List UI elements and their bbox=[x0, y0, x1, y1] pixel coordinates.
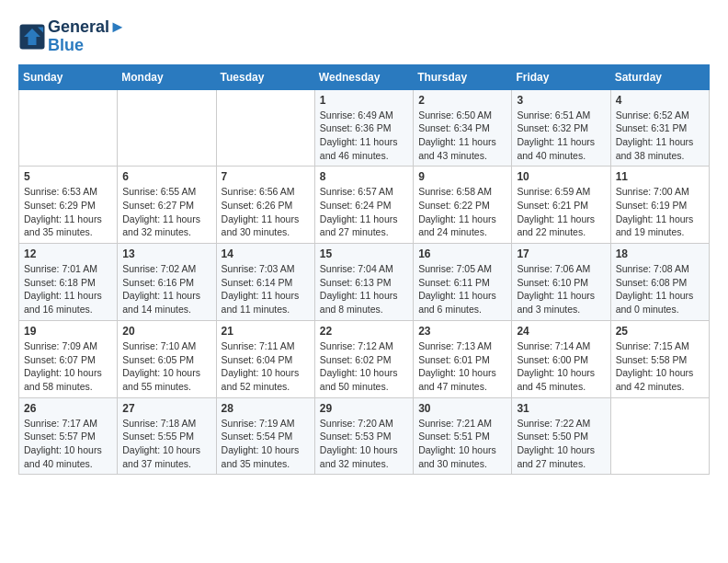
calendar-cell: 17Sunrise: 7:06 AM Sunset: 6:10 PM Dayli… bbox=[512, 244, 610, 321]
calendar-cell bbox=[19, 89, 118, 167]
day-info: Sunrise: 7:00 AM Sunset: 6:19 PM Dayligh… bbox=[616, 185, 704, 239]
day-number: 3 bbox=[517, 94, 605, 107]
day-info: Sunrise: 7:09 AM Sunset: 6:07 PM Dayligh… bbox=[24, 339, 112, 394]
day-info: Sunrise: 7:06 AM Sunset: 6:10 PM Dayligh… bbox=[517, 262, 605, 316]
calendar-cell: 12Sunrise: 7:01 AM Sunset: 6:18 PM Dayli… bbox=[19, 244, 118, 321]
calendar-cell: 1Sunrise: 6:49 AM Sunset: 6:36 PM Daylig… bbox=[314, 89, 413, 167]
calendar-cell: 29Sunrise: 7:20 AM Sunset: 5:53 PM Dayli… bbox=[314, 397, 413, 475]
day-number: 8 bbox=[320, 170, 408, 183]
weekday-header-sunday: Sunday bbox=[19, 64, 118, 89]
calendar-cell: 31Sunrise: 7:22 AM Sunset: 5:50 PM Dayli… bbox=[512, 397, 610, 475]
weekday-header-tuesday: Tuesday bbox=[216, 64, 314, 89]
calendar-cell: 3Sunrise: 6:51 AM Sunset: 6:32 PM Daylig… bbox=[512, 89, 610, 167]
weekday-header-friday: Friday bbox=[512, 64, 610, 89]
calendar-cell: 18Sunrise: 7:08 AM Sunset: 6:08 PM Dayli… bbox=[610, 244, 709, 321]
weekday-header-monday: Monday bbox=[118, 64, 216, 89]
day-info: Sunrise: 7:19 AM Sunset: 5:54 PM Dayligh… bbox=[222, 417, 310, 471]
calendar-cell: 8Sunrise: 6:57 AM Sunset: 6:24 PM Daylig… bbox=[314, 167, 413, 244]
day-number: 4 bbox=[616, 94, 704, 107]
calendar-cell: 10Sunrise: 6:59 AM Sunset: 6:21 PM Dayli… bbox=[512, 167, 610, 244]
day-info: Sunrise: 7:18 AM Sunset: 5:55 PM Dayligh… bbox=[122, 417, 210, 471]
day-number: 6 bbox=[122, 170, 210, 183]
day-number: 1 bbox=[320, 94, 408, 107]
day-number: 15 bbox=[320, 247, 408, 260]
day-number: 30 bbox=[418, 402, 506, 415]
calendar-cell: 22Sunrise: 7:12 AM Sunset: 6:02 PM Dayli… bbox=[314, 320, 413, 397]
day-number: 10 bbox=[517, 170, 605, 183]
day-info: Sunrise: 7:13 AM Sunset: 6:01 PM Dayligh… bbox=[418, 339, 506, 394]
calendar-cell: 14Sunrise: 7:03 AM Sunset: 6:14 PM Dayli… bbox=[216, 244, 314, 321]
logo-text: General► Blue bbox=[48, 18, 126, 55]
logo-icon bbox=[18, 23, 46, 51]
calendar-cell: 26Sunrise: 7:17 AM Sunset: 5:57 PM Dayli… bbox=[19, 397, 118, 475]
day-number: 25 bbox=[616, 325, 704, 338]
day-info: Sunrise: 6:51 AM Sunset: 6:32 PM Dayligh… bbox=[517, 109, 605, 163]
day-number: 31 bbox=[517, 402, 605, 415]
day-info: Sunrise: 7:03 AM Sunset: 6:14 PM Dayligh… bbox=[222, 262, 310, 316]
calendar-cell: 21Sunrise: 7:11 AM Sunset: 6:04 PM Dayli… bbox=[216, 320, 314, 397]
day-number: 2 bbox=[418, 94, 506, 107]
day-info: Sunrise: 6:52 AM Sunset: 6:31 PM Dayligh… bbox=[616, 109, 704, 163]
day-number: 13 bbox=[122, 247, 210, 260]
day-info: Sunrise: 6:50 AM Sunset: 6:34 PM Dayligh… bbox=[418, 109, 506, 163]
calendar-cell: 28Sunrise: 7:19 AM Sunset: 5:54 PM Dayli… bbox=[216, 397, 314, 475]
weekday-header-wednesday: Wednesday bbox=[314, 64, 413, 89]
day-info: Sunrise: 7:15 AM Sunset: 5:58 PM Dayligh… bbox=[616, 339, 704, 394]
day-info: Sunrise: 6:59 AM Sunset: 6:21 PM Dayligh… bbox=[517, 185, 605, 239]
day-number: 11 bbox=[616, 170, 704, 183]
calendar-cell bbox=[610, 397, 709, 475]
day-info: Sunrise: 6:58 AM Sunset: 6:22 PM Dayligh… bbox=[418, 185, 506, 239]
calendar-cell: 25Sunrise: 7:15 AM Sunset: 5:58 PM Dayli… bbox=[610, 320, 709, 397]
calendar-table: SundayMondayTuesdayWednesdayThursdayFrid… bbox=[18, 64, 710, 476]
calendar-cell: 4Sunrise: 6:52 AM Sunset: 6:31 PM Daylig… bbox=[610, 89, 709, 167]
day-number: 5 bbox=[24, 170, 112, 183]
calendar-cell: 19Sunrise: 7:09 AM Sunset: 6:07 PM Dayli… bbox=[19, 320, 118, 397]
calendar-cell: 5Sunrise: 6:53 AM Sunset: 6:29 PM Daylig… bbox=[19, 167, 118, 244]
calendar-cell bbox=[216, 89, 314, 167]
day-info: Sunrise: 7:12 AM Sunset: 6:02 PM Dayligh… bbox=[320, 339, 408, 394]
day-number: 26 bbox=[24, 402, 112, 415]
calendar-cell: 30Sunrise: 7:21 AM Sunset: 5:51 PM Dayli… bbox=[414, 397, 512, 475]
calendar-cell: 24Sunrise: 7:14 AM Sunset: 6:00 PM Dayli… bbox=[512, 320, 610, 397]
calendar-cell: 11Sunrise: 7:00 AM Sunset: 6:19 PM Dayli… bbox=[610, 167, 709, 244]
day-number: 7 bbox=[222, 170, 310, 183]
calendar-cell: 7Sunrise: 6:56 AM Sunset: 6:26 PM Daylig… bbox=[216, 167, 314, 244]
day-info: Sunrise: 7:01 AM Sunset: 6:18 PM Dayligh… bbox=[24, 262, 112, 316]
calendar-cell: 2Sunrise: 6:50 AM Sunset: 6:34 PM Daylig… bbox=[414, 89, 512, 167]
day-number: 28 bbox=[222, 402, 310, 415]
calendar-cell: 27Sunrise: 7:18 AM Sunset: 5:55 PM Dayli… bbox=[118, 397, 216, 475]
day-number: 19 bbox=[24, 325, 112, 338]
day-number: 18 bbox=[616, 247, 704, 260]
day-info: Sunrise: 6:56 AM Sunset: 6:26 PM Dayligh… bbox=[222, 185, 310, 239]
day-info: Sunrise: 7:08 AM Sunset: 6:08 PM Dayligh… bbox=[616, 262, 704, 316]
day-number: 17 bbox=[517, 247, 605, 260]
calendar-cell: 6Sunrise: 6:55 AM Sunset: 6:27 PM Daylig… bbox=[118, 167, 216, 244]
day-info: Sunrise: 7:05 AM Sunset: 6:11 PM Dayligh… bbox=[418, 262, 506, 316]
day-info: Sunrise: 6:55 AM Sunset: 6:27 PM Dayligh… bbox=[122, 185, 210, 239]
calendar-cell: 20Sunrise: 7:10 AM Sunset: 6:05 PM Dayli… bbox=[118, 320, 216, 397]
day-info: Sunrise: 7:04 AM Sunset: 6:13 PM Dayligh… bbox=[320, 262, 408, 316]
weekday-header-thursday: Thursday bbox=[414, 64, 512, 89]
day-info: Sunrise: 7:17 AM Sunset: 5:57 PM Dayligh… bbox=[24, 417, 112, 471]
day-number: 21 bbox=[222, 325, 310, 338]
day-info: Sunrise: 7:10 AM Sunset: 6:05 PM Dayligh… bbox=[122, 339, 210, 394]
day-info: Sunrise: 7:21 AM Sunset: 5:51 PM Dayligh… bbox=[418, 417, 506, 471]
logo: General► Blue bbox=[18, 18, 126, 55]
day-number: 20 bbox=[122, 325, 210, 338]
day-info: Sunrise: 6:57 AM Sunset: 6:24 PM Dayligh… bbox=[320, 185, 408, 239]
calendar-cell: 9Sunrise: 6:58 AM Sunset: 6:22 PM Daylig… bbox=[414, 167, 512, 244]
day-number: 22 bbox=[320, 325, 408, 338]
day-number: 27 bbox=[122, 402, 210, 415]
calendar-cell bbox=[118, 89, 216, 167]
day-number: 16 bbox=[418, 247, 506, 260]
day-number: 29 bbox=[320, 402, 408, 415]
day-number: 12 bbox=[24, 247, 112, 260]
weekday-header-saturday: Saturday bbox=[610, 64, 709, 89]
day-info: Sunrise: 7:20 AM Sunset: 5:53 PM Dayligh… bbox=[320, 417, 408, 471]
calendar-cell: 23Sunrise: 7:13 AM Sunset: 6:01 PM Dayli… bbox=[414, 320, 512, 397]
page-header: General► Blue bbox=[18, 18, 710, 55]
day-number: 23 bbox=[418, 325, 506, 338]
day-number: 9 bbox=[418, 170, 506, 183]
calendar-cell: 16Sunrise: 7:05 AM Sunset: 6:11 PM Dayli… bbox=[414, 244, 512, 321]
day-info: Sunrise: 6:53 AM Sunset: 6:29 PM Dayligh… bbox=[24, 185, 112, 239]
